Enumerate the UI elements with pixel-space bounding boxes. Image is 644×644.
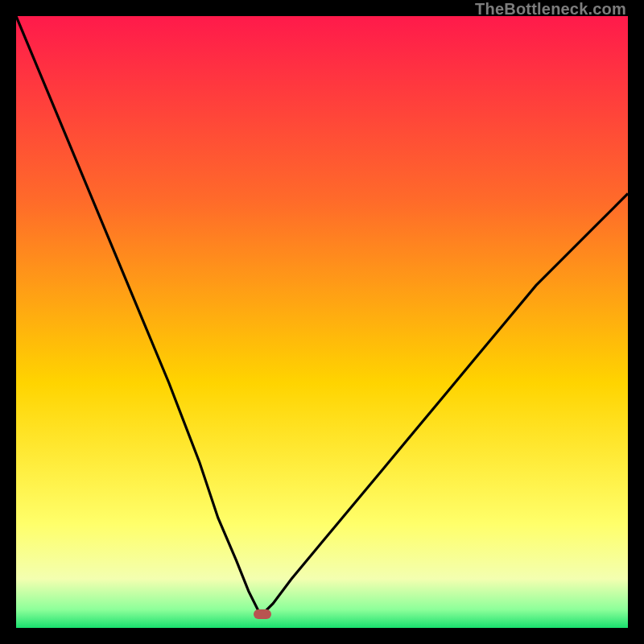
plot-area [16, 16, 628, 628]
optimum-marker [254, 609, 271, 619]
bottleneck-curve [16, 16, 628, 628]
chart-frame: TheBottleneck.com [0, 0, 644, 644]
